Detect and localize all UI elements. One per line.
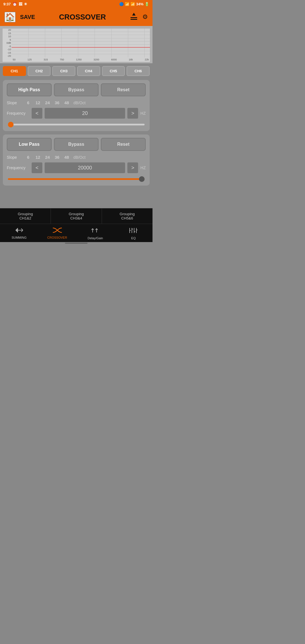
tab-delay-gain[interactable]: Delay/Gain bbox=[76, 224, 114, 242]
high-pass-slope-36[interactable]: 36 bbox=[53, 100, 61, 105]
low-pass-slope-unit: dB/Oct bbox=[73, 155, 86, 160]
grouping-ch5-ch6-label: GroupingCH5&6 bbox=[120, 212, 135, 220]
eq-icon bbox=[116, 227, 151, 236]
settings-button[interactable]: ⚙ bbox=[142, 13, 148, 21]
high-pass-slope-6[interactable]: 6 bbox=[24, 100, 32, 105]
y-label-15: 15 bbox=[3, 32, 11, 35]
scroll-indicator bbox=[0, 242, 152, 244]
y-label-n10: -10 bbox=[3, 48, 11, 51]
scroll-thumb bbox=[65, 243, 88, 244]
status-left: 9:37 ⏰ 🖼 ✳ bbox=[3, 2, 27, 6]
delay-gain-icon bbox=[77, 227, 113, 236]
chart-y-labels: 20 15 10 5 0dB -5 -10 -15 -20 bbox=[3, 29, 12, 57]
y-label-20: 20 bbox=[3, 29, 11, 31]
wifi-icon: 📶 bbox=[125, 2, 129, 6]
x-label-1250: 1250 bbox=[76, 58, 82, 61]
chart-container: 20 15 10 5 0dB -5 -10 -15 -20 bbox=[2, 28, 150, 62]
grouping-bar: GroupingCH1&2 GroupingCH3&4 GroupingCH5&… bbox=[0, 208, 152, 224]
battery-display: 34% bbox=[136, 2, 143, 6]
chart-x-labels: 50 125 315 750 1250 3200 6000 16k 22k bbox=[12, 57, 150, 62]
y-label-n15: -15 bbox=[3, 51, 11, 54]
x-label-6000: 6000 bbox=[111, 58, 117, 61]
high-pass-slope-row: Slope 6 12 24 36 48 dB/Oct bbox=[7, 100, 146, 105]
save-button[interactable]: SAVE bbox=[20, 14, 35, 20]
low-pass-slider[interactable] bbox=[8, 178, 145, 180]
home-button[interactable]: 🏠 bbox=[5, 12, 16, 22]
x-label-16k: 16k bbox=[129, 58, 133, 61]
y-label-n5: -5 bbox=[3, 45, 11, 48]
low-pass-slope-48[interactable]: 48 bbox=[63, 155, 71, 160]
summing-icon bbox=[1, 227, 37, 235]
v-grid-lines bbox=[12, 29, 150, 57]
tab-summing-label: SUMMING bbox=[12, 236, 27, 239]
tab-delay-gain-label: Delay/Gain bbox=[88, 236, 103, 240]
high-pass-freq-row: Frequency < > HZ bbox=[7, 108, 146, 119]
high-pass-button[interactable]: High Pass bbox=[7, 83, 52, 96]
tab-crossover[interactable]: CROSSOVER bbox=[38, 224, 76, 242]
x-label-50: 50 bbox=[13, 58, 16, 61]
low-pass-header: Low Pass Bypass Reset bbox=[7, 138, 146, 151]
low-pass-freq-row: Frequency < > HZ bbox=[7, 162, 146, 173]
low-pass-card: Low Pass Bypass Reset Slope 6 12 24 36 4… bbox=[3, 134, 150, 186]
channel-tab-ch3[interactable]: CH3 bbox=[52, 66, 75, 76]
svg-rect-0 bbox=[130, 17, 137, 18]
channel-tab-ch5[interactable]: CH5 bbox=[102, 66, 125, 76]
grouping-ch1-ch2-label: GroupingCH1&2 bbox=[18, 212, 33, 220]
high-pass-reset-button[interactable]: Reset bbox=[101, 83, 146, 96]
chart-area: 20 15 10 5 0dB -5 -10 -15 -20 bbox=[0, 26, 152, 63]
top-bar: 🏠 SAVE CROSSOVER ⚙ bbox=[0, 8, 152, 26]
tab-summing[interactable]: SUMMING bbox=[0, 224, 38, 242]
high-pass-freq-input[interactable] bbox=[45, 108, 125, 119]
low-pass-freq-unit: HZ bbox=[140, 166, 146, 170]
grouping-ch5-ch6[interactable]: GroupingCH5&6 bbox=[102, 208, 152, 224]
low-pass-button[interactable]: Low Pass bbox=[7, 138, 52, 151]
low-pass-freq-decrease[interactable]: < bbox=[32, 162, 42, 173]
bluetooth-icon: 🔵 bbox=[119, 2, 124, 6]
image-icon: 🖼 bbox=[19, 2, 22, 6]
status-right: 🔵 📶 📶 34% 🔋 bbox=[119, 2, 149, 6]
grouping-ch1-ch2[interactable]: GroupingCH1&2 bbox=[0, 208, 51, 224]
high-pass-slope-24[interactable]: 24 bbox=[43, 100, 51, 105]
high-pass-card: High Pass Bypass Reset Slope 6 12 24 36 … bbox=[3, 80, 150, 131]
low-pass-slope-36[interactable]: 36 bbox=[53, 155, 61, 160]
tab-crossover-label: CROSSOVER bbox=[47, 236, 67, 239]
high-pass-freq-increase[interactable]: > bbox=[127, 108, 138, 119]
high-pass-slider[interactable] bbox=[8, 124, 145, 125]
y-label-n20: -20 bbox=[3, 55, 11, 57]
chart-grid bbox=[12, 29, 150, 57]
low-pass-reset-button[interactable]: Reset bbox=[101, 138, 146, 151]
grouping-ch3-ch4[interactable]: GroupingCH3&4 bbox=[51, 208, 102, 224]
mid-spacer bbox=[0, 191, 152, 208]
zero-db-line bbox=[12, 47, 150, 47]
export-button[interactable] bbox=[130, 12, 138, 22]
signal-icon: 📶 bbox=[130, 2, 135, 6]
svg-rect-1 bbox=[130, 19, 137, 20]
low-pass-slope-24[interactable]: 24 bbox=[43, 155, 51, 160]
y-label-10: 10 bbox=[3, 35, 11, 38]
high-pass-slope-12[interactable]: 12 bbox=[34, 100, 42, 105]
channel-tab-ch6[interactable]: CH6 bbox=[127, 66, 150, 76]
x-label-3200: 3200 bbox=[93, 58, 99, 61]
channel-tabs: CH1 CH2 CH3 CH4 CH5 CH6 bbox=[0, 63, 152, 78]
channel-tab-ch2[interactable]: CH2 bbox=[28, 66, 51, 76]
low-pass-freq-label: Frequency bbox=[7, 166, 29, 170]
y-label-0: 0dB bbox=[3, 42, 11, 44]
channel-tab-ch1[interactable]: CH1 bbox=[3, 66, 26, 76]
high-pass-slope-48[interactable]: 48 bbox=[63, 100, 71, 105]
asterisk-icon: ✳ bbox=[24, 2, 27, 6]
time-display: 9:37 bbox=[3, 2, 11, 6]
high-pass-freq-label: Frequency bbox=[7, 111, 29, 116]
low-pass-slope-12[interactable]: 12 bbox=[34, 155, 42, 160]
alarm-icon: ⏰ bbox=[12, 2, 17, 6]
x-label-125: 125 bbox=[27, 58, 32, 61]
crossover-icon bbox=[39, 227, 75, 235]
low-pass-slope-6[interactable]: 6 bbox=[24, 155, 32, 160]
high-pass-freq-decrease[interactable]: < bbox=[32, 108, 42, 119]
low-pass-freq-input[interactable] bbox=[45, 162, 125, 173]
high-pass-freq-unit: HZ bbox=[140, 111, 146, 116]
low-pass-bypass-button[interactable]: Bypass bbox=[54, 138, 99, 151]
high-pass-bypass-button[interactable]: Bypass bbox=[54, 83, 99, 96]
low-pass-freq-increase[interactable]: > bbox=[127, 162, 138, 173]
channel-tab-ch4[interactable]: CH4 bbox=[77, 66, 100, 76]
tab-eq[interactable]: EQ bbox=[114, 224, 152, 242]
